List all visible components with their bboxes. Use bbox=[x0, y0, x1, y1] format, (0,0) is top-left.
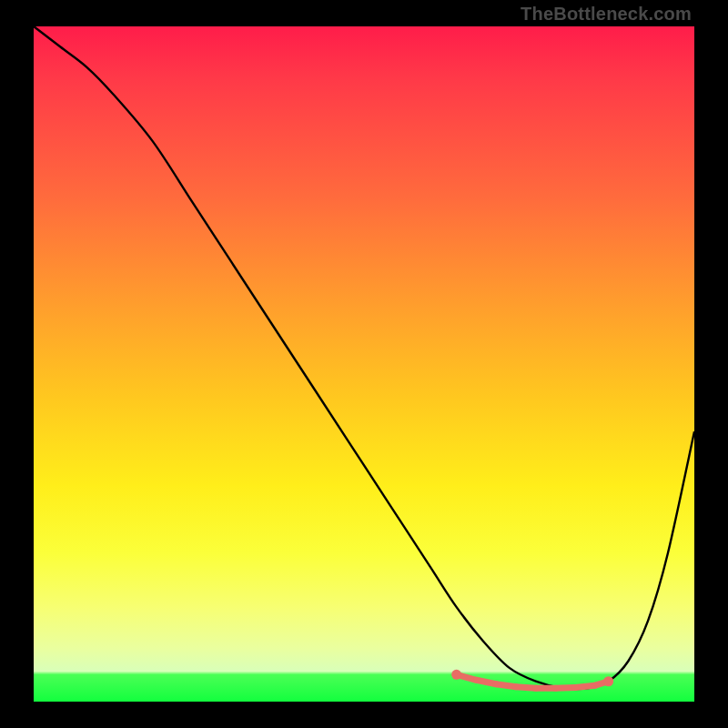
bottleneck-curve-path bbox=[34, 26, 694, 689]
optimal-range-markers bbox=[451, 670, 613, 688]
chart-frame bbox=[34, 26, 694, 702]
optimal-range-endpoint bbox=[451, 670, 461, 680]
optimal-range-endpoint bbox=[603, 676, 613, 686]
watermark-text: TheBottleneck.com bbox=[521, 4, 692, 25]
chart-svg bbox=[34, 26, 694, 702]
